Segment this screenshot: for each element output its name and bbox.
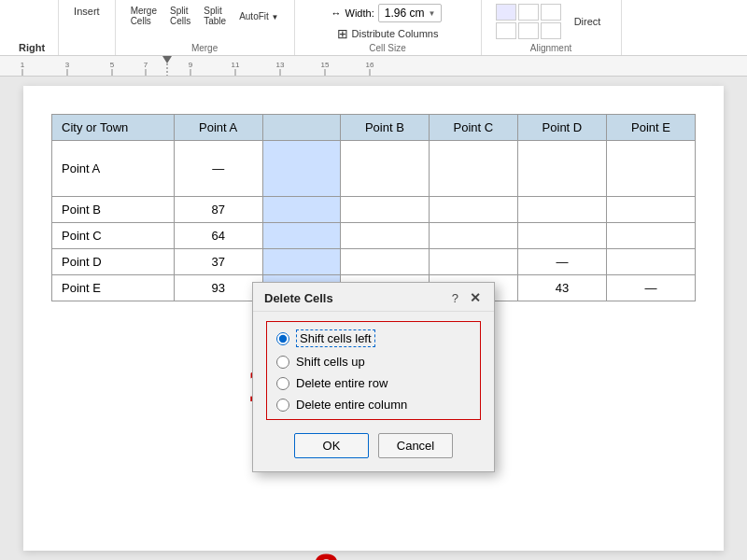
split-cells-button[interactable]: SplitCells bbox=[164, 4, 196, 28]
cell-r1-pointb bbox=[340, 141, 429, 197]
merge-cells-label: MergeCells bbox=[131, 6, 157, 26]
svg-text:11: 11 bbox=[232, 61, 240, 69]
dialog-help-icon[interactable]: ? bbox=[452, 291, 458, 305]
table-row: Point C 64 bbox=[52, 223, 696, 249]
svg-text:3: 3 bbox=[65, 61, 70, 69]
option-shift-up[interactable]: Shift cells up bbox=[276, 355, 471, 369]
ribbon-group-merge: MergeCells SplitCells SplitTable AutoFit… bbox=[116, 0, 295, 55]
delete-cells-dialog: Delete Cells ? ✕ Shift cells left bbox=[252, 282, 495, 472]
cell-r4-pointb bbox=[340, 249, 429, 275]
distribute-columns-button[interactable]: ⊞ Distribute Columns bbox=[331, 24, 444, 43]
merge-group-label: Merge bbox=[191, 43, 218, 53]
delete-col-label: Delete entire column bbox=[296, 398, 407, 412]
ribbon-align-section: Right bbox=[6, 0, 59, 55]
cell-r2-pointc bbox=[429, 197, 517, 223]
cell-r3-city: Point C bbox=[52, 223, 175, 249]
ruler-content: 1 3 5 7 9 11 13 15 16 bbox=[4, 56, 743, 76]
align-mc-button[interactable] bbox=[518, 22, 539, 39]
cell-r1-pointa: — bbox=[174, 141, 262, 197]
option-shift-left[interactable]: Shift cells left bbox=[276, 329, 471, 347]
svg-text:1: 1 bbox=[21, 61, 25, 69]
svg-text:9: 9 bbox=[189, 61, 193, 69]
cell-r4-pointc bbox=[429, 249, 517, 275]
dialog-titlebar: Delete Cells ? ✕ bbox=[253, 283, 494, 312]
cell-r4-pointa: 37 bbox=[174, 249, 262, 275]
insert-button[interactable]: Insert bbox=[68, 4, 106, 19]
align-tr-button[interactable] bbox=[541, 4, 561, 21]
svg-text:16: 16 bbox=[366, 61, 374, 69]
cell-r4-pointe bbox=[606, 249, 695, 275]
cell-r2-pointa: 87 bbox=[174, 197, 262, 223]
svg-text:7: 7 bbox=[144, 61, 148, 69]
cellsize-group-label: Cell Size bbox=[369, 43, 405, 53]
table-row: Point D 37 — bbox=[52, 249, 696, 275]
text-direction-button[interactable]: Direct bbox=[569, 14, 607, 29]
dialog-close-button[interactable]: ✕ bbox=[468, 290, 483, 305]
autofit-button[interactable]: AutoFit ▼ bbox=[233, 9, 284, 23]
cell-r2-pointe bbox=[606, 197, 695, 223]
cell-r3-pointc bbox=[429, 223, 517, 249]
ruler: 1 3 5 7 9 11 13 15 16 bbox=[0, 56, 747, 77]
distribute-icon: ⊞ bbox=[337, 26, 348, 41]
ok-button[interactable]: OK bbox=[294, 433, 369, 458]
width-dropdown-icon[interactable]: ▼ bbox=[428, 9, 435, 18]
width-input[interactable]: 1.96 cm ▼ bbox=[378, 4, 443, 22]
cancel-button[interactable]: Cancel bbox=[378, 433, 453, 458]
dialog-buttons: OK Cancel bbox=[266, 433, 481, 458]
cell-r2-pointd bbox=[517, 197, 606, 223]
radio-delete-col[interactable] bbox=[276, 399, 289, 412]
cell-r5-pointe: — bbox=[606, 275, 695, 301]
cell-r2-city: Point B bbox=[52, 197, 175, 223]
col-header-pointc: Point C bbox=[429, 115, 517, 141]
document-area: City or Town Point A Point B Point C Poi… bbox=[0, 77, 747, 560]
cell-r5-pointd: 43 bbox=[517, 275, 606, 301]
option-delete-col[interactable]: Delete entire column bbox=[276, 398, 471, 412]
ribbon-group-cellsize: ↔ Width: 1.96 cm ▼ ⊞ Distribute Columns … bbox=[295, 0, 482, 55]
table-header-row: City or Town Point A Point B Point C Poi… bbox=[52, 115, 696, 141]
width-label: Width: bbox=[345, 7, 374, 19]
ribbon-group-alignment: Direct Alignment bbox=[482, 0, 622, 55]
ruler-svg: 1 3 5 7 9 11 13 15 16 bbox=[4, 56, 747, 77]
svg-text:5: 5 bbox=[110, 61, 115, 69]
svg-text:15: 15 bbox=[321, 61, 330, 69]
align-ml-button[interactable] bbox=[496, 22, 516, 39]
table-row: Point A — bbox=[52, 141, 696, 197]
ribbon-toolbar: Right Insert MergeCells SplitCells Split… bbox=[0, 0, 747, 56]
autofit-label: AutoFit ▼ bbox=[239, 11, 278, 21]
split-table-button[interactable]: SplitTable bbox=[198, 4, 232, 28]
cell-r2-pointb bbox=[340, 197, 429, 223]
dialog-body: Shift cells left Shift cells up Delete e… bbox=[253, 312, 494, 471]
radio-delete-row[interactable] bbox=[276, 377, 289, 390]
dialog-title: Delete Cells bbox=[264, 291, 333, 305]
svg-marker-9 bbox=[162, 56, 172, 63]
col-header-pointe: Point E bbox=[606, 115, 695, 141]
merge-cells-button[interactable]: MergeCells bbox=[125, 4, 162, 28]
cell-r3-empty bbox=[262, 223, 340, 249]
width-icon: ↔ bbox=[331, 7, 342, 19]
align-tc-button[interactable] bbox=[518, 4, 539, 21]
cell-r4-city: Point D bbox=[52, 249, 175, 275]
cell-r3-pointb bbox=[340, 223, 429, 249]
align-tl-button[interactable] bbox=[496, 4, 516, 21]
cell-r1-city: Point A bbox=[52, 141, 175, 197]
svg-text:13: 13 bbox=[276, 61, 285, 69]
data-table: City or Town Point A Point B Point C Poi… bbox=[51, 114, 696, 301]
alignment-group-label: Alignment bbox=[530, 43, 571, 53]
radio-shift-up[interactable] bbox=[276, 356, 289, 369]
cell-r3-pointd bbox=[517, 223, 606, 249]
radio-shift-left[interactable] bbox=[276, 332, 289, 345]
dialog-controls: ? ✕ bbox=[452, 290, 483, 305]
align-right-label: Right bbox=[15, 42, 49, 53]
cell-r1-pointc bbox=[429, 141, 517, 197]
cell-r5-pointa: 93 bbox=[174, 275, 262, 301]
cell-r5-city: Point E bbox=[52, 275, 175, 301]
align-mr-button[interactable] bbox=[541, 22, 561, 39]
col-header-empty bbox=[262, 115, 340, 141]
col-header-pointd: Point D bbox=[517, 115, 606, 141]
option-delete-row[interactable]: Delete entire row bbox=[276, 376, 471, 390]
shift-left-label: Shift cells left bbox=[296, 329, 375, 347]
annotation-2: 2 bbox=[313, 543, 340, 560]
ribbon-group-insert: Insert bbox=[59, 0, 116, 55]
split-table-label: SplitTable bbox=[204, 6, 226, 26]
cell-r3-pointe bbox=[606, 223, 695, 249]
